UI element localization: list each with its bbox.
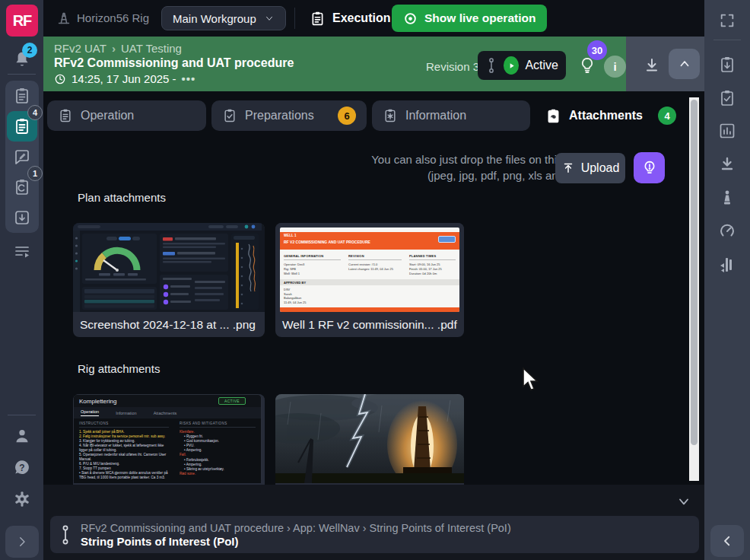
clipboard-icon xyxy=(13,87,31,105)
procedure-timestamp-row: 14:25, 17 Jun 2025 - ••• xyxy=(54,72,195,85)
instructions-warn: 1. Sjekk antall joiner på BHA.2. Følg in… xyxy=(79,430,169,439)
clipboard-paperclip-icon xyxy=(545,108,561,124)
chevron-down-icon xyxy=(264,13,275,24)
live-button-label: Show live operation xyxy=(424,11,535,25)
more-menu[interactable]: ••• xyxy=(182,72,196,85)
chat-edit-icon xyxy=(13,148,31,166)
chevron-right-icon xyxy=(15,535,29,549)
clipboard-icon xyxy=(310,11,326,27)
info-button[interactable]: i xyxy=(604,56,626,78)
header-actions-panel xyxy=(626,37,704,91)
pdf-doc-title: RF V2 COMMISSIONING AND UAT PROCEDURE xyxy=(284,240,456,244)
tool-clipboard-check[interactable] xyxy=(717,88,737,108)
gear-icon xyxy=(12,489,32,509)
clipboard-text-icon xyxy=(58,108,73,123)
right-sidebar-collapse-button[interactable] xyxy=(710,525,744,557)
step-title: String Points of Interest (PoI) xyxy=(81,535,511,549)
sidebar-divider xyxy=(8,74,36,75)
person-icon xyxy=(12,426,32,446)
pdf-revision-info: Current revision: #1.0Latest changes: 11… xyxy=(348,262,402,272)
procedure-title: RFv2 Commissioning and UAT procedure xyxy=(54,56,294,70)
drop-hint: You can also just drop the files on this… xyxy=(287,151,591,183)
show-live-operation-button[interactable]: Show live operation xyxy=(392,5,547,32)
help-icon: ? xyxy=(12,458,32,478)
breadcrumb-child[interactable]: UAT Testing xyxy=(121,42,182,55)
play-icon xyxy=(504,56,519,75)
instructions-heading: INSTRUCTIONS xyxy=(79,422,169,428)
collapse-panel-button[interactable] xyxy=(676,494,691,509)
tool-charts[interactable] xyxy=(717,121,737,141)
clipboard-c-icon xyxy=(13,178,31,196)
upload-label: Upload xyxy=(581,161,620,175)
chevron-left-icon xyxy=(720,534,734,548)
screenshot-thumbnail xyxy=(73,223,265,312)
attachment-card-komplettering[interactable]: Komplettering ACTIVE Operation Informati… xyxy=(73,394,265,485)
content-scrollbar-thumb[interactable] xyxy=(691,100,698,445)
risk-group-items: Ryggen fri.God kommunikasjon.PVU.Amperin… xyxy=(180,434,256,453)
attachments-badge: 4 xyxy=(658,107,676,125)
komplettering-thumbnail: Komplettering ACTIVE Operation Informati… xyxy=(73,394,265,483)
suggestion-button[interactable] xyxy=(634,152,665,183)
chevron-up-icon xyxy=(678,57,691,71)
risks-heading: RISKS AND MITIGATIONS xyxy=(180,422,256,428)
procedure-timestamp: 14:25, 17 Jun 2025 - xyxy=(72,72,176,85)
upload-button[interactable]: Upload xyxy=(555,153,625,183)
sidebar-item-help[interactable]: ? xyxy=(5,453,39,483)
status-control[interactable]: Active xyxy=(478,51,566,80)
workgroup-label: Main Workgroup xyxy=(173,12,256,25)
string-connector-icon xyxy=(59,524,72,546)
upload-icon xyxy=(561,161,575,175)
breadcrumb: RFv2 UAT › UAT Testing xyxy=(54,42,182,55)
sidebar-item-activity-list[interactable] xyxy=(5,236,39,266)
tool-clipboard-download[interactable] xyxy=(717,55,737,75)
risk-group-title: Rød sone. xyxy=(180,472,256,477)
clipboard-gear-icon xyxy=(383,108,398,123)
collapse-header-button[interactable] xyxy=(669,49,700,79)
active-step-bar[interactable]: RFv2 Commissioning and UAT procedure › A… xyxy=(50,516,699,553)
derrick-icon xyxy=(56,10,72,27)
sidebar-item-profile[interactable] xyxy=(5,421,39,451)
tool-drill-tool[interactable] xyxy=(717,188,737,208)
workgroup-selector[interactable]: Main Workgroup xyxy=(161,6,286,30)
live-record-icon xyxy=(403,11,418,26)
procedures-badge: 4 xyxy=(27,105,43,120)
pdf-thumbnail: WELL 1 RF V2 COMMISSIONING AND UAT PROCE… xyxy=(275,223,464,312)
tab-operation[interactable]: Operation xyxy=(47,100,206,131)
ideas-badge: 30 xyxy=(587,40,607,60)
breadcrumb-parent[interactable]: RFv2 UAT xyxy=(54,42,106,55)
komplettering-tab: Operation xyxy=(81,409,99,416)
tool-downloads[interactable] xyxy=(717,154,737,174)
topbar-divider xyxy=(294,8,295,29)
tool-drillstring[interactable] xyxy=(717,255,737,275)
tab-attachments-active[interactable]: Attachments 4 xyxy=(535,100,687,131)
lightbulb-exclaim-icon xyxy=(641,160,658,177)
pdf-general-info: Operator: Dev3Rig: SFBWell: Well 1 xyxy=(284,262,341,276)
clipboard-download-icon xyxy=(718,56,736,74)
pdf-app-badge xyxy=(438,236,456,243)
procedure-header: RFv2 UAT › UAT Testing RFv2 Commissionin… xyxy=(43,37,626,91)
sidebar-item-inbox[interactable] xyxy=(5,202,39,233)
app-logo[interactable]: RF xyxy=(6,5,38,37)
attachment-card-rig-photo[interactable] xyxy=(275,394,464,485)
string-connector-icon xyxy=(485,57,497,74)
right-sidebar-divider xyxy=(713,40,741,40)
download-button[interactable] xyxy=(643,56,661,75)
left-sidebar: RF 2 4 1 xyxy=(0,0,43,560)
tab-preparations[interactable]: Preparations 6 xyxy=(211,100,367,131)
sidebar-expand-button[interactable] xyxy=(5,526,39,558)
rig-attachments-title: Rig attachments xyxy=(78,362,160,375)
attachment-card-pdf[interactable]: WELL 1 RF V2 COMMISSIONING AND UAT PROCE… xyxy=(275,223,464,337)
execution-mode[interactable]: Execution xyxy=(310,0,390,37)
list-play-icon xyxy=(13,242,31,260)
svg-text:?: ? xyxy=(19,463,24,473)
tab-information[interactable]: Information xyxy=(372,100,530,131)
rig-name: Horizon56 Rig xyxy=(77,11,149,24)
attachment-card-screenshot[interactable]: Screenshot 2024-12-18 at ... .png xyxy=(73,223,265,337)
bottom-panel: RFv2 Commissioning and UAT procedure › A… xyxy=(43,485,704,560)
attachments-page: Operation Preparations 6 Information Att… xyxy=(43,91,704,485)
tool-gauges[interactable] xyxy=(717,221,737,241)
box-download-icon xyxy=(13,208,31,227)
sidebar-item-settings[interactable] xyxy=(5,484,39,514)
fullscreen-button[interactable] xyxy=(717,11,737,30)
status-label: Active xyxy=(525,59,558,72)
